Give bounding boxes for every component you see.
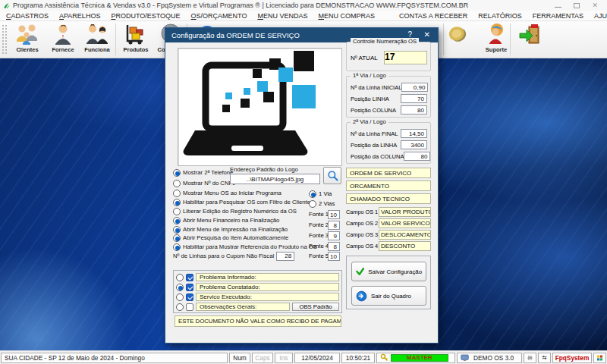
save-config-button[interactable]: Salvar Configuração	[351, 262, 426, 281]
linhas-cupom-field[interactable]: 28	[276, 252, 294, 261]
section-field[interactable]: Observações Gerais:	[196, 303, 290, 311]
app-window: Programa Assistência Técnica & Vendas v3…	[0, 0, 607, 364]
menu-compras[interactable]: MENU COMPRAS	[318, 12, 375, 20]
radio-icon[interactable]	[176, 274, 184, 281]
toolbar-suporte-button[interactable]: Suporte	[479, 23, 514, 57]
window-titlebar: Programa Assistência Técnica & Vendas v3…	[0, 0, 607, 11]
doc-title-orcamento[interactable]: ORCAMENTO	[346, 180, 431, 191]
fonte-2-field[interactable]: 8	[328, 221, 340, 230]
option-row[interactable]: Habilitar para Mostrar Referencia do Pro…	[173, 243, 317, 251]
toolbar-exit-button[interactable]	[513, 23, 548, 57]
radio-icon[interactable]	[309, 190, 316, 198]
statusbar-caps: Caps	[252, 353, 273, 363]
option-row[interactable]: Mostrar 2ª Telefone	[173, 168, 233, 177]
statusbar-print-panel[interactable]	[524, 353, 536, 363]
via2-coluna-field[interactable]: 80	[404, 152, 430, 161]
via1-inicial-field[interactable]: 0,90	[401, 83, 428, 92]
radio-icon[interactable]	[173, 234, 181, 242]
exit-dialog-button[interactable]: Sair do Quadro	[351, 286, 426, 306]
checkbox-icon[interactable]	[186, 303, 193, 311]
option-row[interactable]: Mostrar Menu OS ao Iniciar Programa	[173, 189, 281, 197]
section-field[interactable]: Problema Constatado:	[196, 283, 339, 291]
fonte-1-field[interactable]: 10	[328, 210, 340, 219]
minimize-icon[interactable]	[555, 4, 561, 8]
via1-group: 1ª Via / Logo Nº da Linha INICIAL 0,90 P…	[346, 76, 431, 118]
fonte-5-field[interactable]: 10	[328, 252, 340, 261]
campo-1-field[interactable]: VALOR PRODUTOS	[379, 207, 431, 217]
via-option[interactable]: 2 Vias	[309, 199, 335, 208]
atual-field[interactable]: 17	[384, 51, 427, 64]
via-option[interactable]: 1 Via	[309, 190, 332, 198]
statusbar-settings-panel[interactable]	[538, 353, 551, 363]
via2-linha-field[interactable]: 3400	[401, 140, 427, 149]
section-field[interactable]: Servico Executado:	[196, 293, 339, 301]
radio-icon[interactable]	[176, 284, 184, 291]
linhas-cupom-label: Nº de Linhas para o Cupom Não Fiscal	[173, 253, 274, 259]
menu-contas-receber[interactable]: CONTAS A RECEBER	[399, 12, 467, 20]
exit-door-icon	[518, 23, 543, 46]
radio-icon[interactable]	[173, 208, 181, 215]
statusbar-version-panel: DEMO OS 3.0	[457, 353, 522, 363]
campo-3-field[interactable]: DESLOCAMENTO	[379, 230, 431, 240]
menu-relatorios[interactable]: RELATÓRIOS	[478, 12, 521, 20]
obs-padrao-button[interactable]: OBS Padrão	[292, 303, 339, 311]
app-logo-icon	[3, 2, 11, 9]
radio-icon[interactable]	[309, 200, 316, 208]
fonte-3-field[interactable]: 9	[328, 231, 340, 240]
via1-linha-field[interactable]: 70	[401, 94, 427, 103]
radio-icon[interactable]	[173, 243, 181, 251]
option-row[interactable]: Habilitar para Pesquisar OS com Filtro d…	[173, 198, 313, 206]
radio-icon[interactable]	[173, 217, 181, 224]
radio-icon[interactable]	[176, 293, 184, 301]
option-label: Mostrar 2ª Telefone	[183, 169, 233, 176]
fonte-4-field[interactable]: 8	[328, 242, 340, 251]
toolbar-produtos-button[interactable]: Produtos	[118, 23, 153, 57]
dialog-close-icon[interactable]: ✕	[424, 30, 430, 39]
radio-icon[interactable]	[173, 169, 181, 177]
option-row[interactable]: Mostrar Nº do CNPJ	[173, 179, 235, 187]
option-row[interactable]: Liberar Edição do Registro Numérico da O…	[173, 207, 297, 215]
radio-icon[interactable]	[173, 190, 181, 197]
logo-path-field[interactable]: ..\BITMAP\logo45.jpg	[230, 174, 320, 184]
fonte-label: Fonte 1	[309, 210, 329, 218]
doc-title-chamado[interactable]: CHAMADO TECNICO	[346, 193, 431, 204]
menu-ajuda[interactable]: AJUDA	[594, 12, 607, 20]
menu-ferramentas[interactable]: FERRAMENTAS	[533, 12, 583, 20]
checkbox-icon[interactable]	[186, 293, 193, 301]
campo-2-field[interactable]: VALOR SERVICOS	[379, 218, 431, 228]
doc-title-os[interactable]: ORDEM DE SERVICO	[346, 168, 431, 178]
radio-icon[interactable]	[173, 180, 181, 187]
numbering-group-title: Controle Numeração OS	[351, 38, 419, 45]
menu-vendas[interactable]: MENU VENDAS	[257, 12, 307, 20]
logo-search-button[interactable]	[323, 167, 341, 184]
checkbox-icon[interactable]	[186, 284, 193, 291]
close-icon[interactable]: ✕	[592, 2, 598, 9]
option-row[interactable]: Abrir Menu de Impressão na Finalização	[173, 225, 288, 234]
supplier-icon	[51, 23, 75, 46]
menu-aparelhos[interactable]: APARELHOS	[59, 12, 100, 20]
radio-icon[interactable]	[173, 199, 181, 206]
via2-final-field[interactable]: 14,50	[401, 129, 427, 138]
menu-produto-estoque[interactable]: PRODUTO/ESTOQUE	[111, 12, 180, 20]
menu-os-orcamento[interactable]: OS/ORÇAMENTO	[191, 12, 247, 20]
option-label: Habilitar para Mostrar Referencia do Pro…	[183, 243, 317, 250]
radio-icon[interactable]	[173, 226, 181, 234]
checkbox-icon[interactable]	[186, 274, 193, 281]
campo-label: Campo OS 2	[346, 220, 379, 227]
menu-cadastros[interactable]: CADASTROS	[6, 12, 49, 20]
statusbar-user-panel: MASTER	[376, 353, 455, 363]
option-row[interactable]: Abrir Menu Financeiro na Finalização	[173, 216, 279, 224]
toolbar-fornece-button[interactable]: Fornece	[46, 23, 80, 57]
campo-4-field[interactable]: DESCONTO	[379, 241, 431, 251]
toolbar-clientes-button[interactable]: Clientes	[10, 23, 45, 57]
numbering-group: Controle Numeração OS Nº ATUAL 17	[346, 42, 431, 71]
maximize-icon[interactable]	[574, 3, 580, 8]
toolbar-funciona-button[interactable]: Funciona	[80, 23, 115, 57]
section-field[interactable]: Problema Informado:	[196, 273, 339, 281]
support-person-icon	[484, 23, 508, 46]
via1-coluna-field[interactable]: 80	[401, 105, 427, 115]
option-row[interactable]: Abrir Pesquisa do Item Automaticamente	[173, 234, 288, 242]
toolbar-caixa-button[interactable]	[440, 23, 475, 57]
radio-icon[interactable]	[176, 303, 184, 311]
statusbar-user: MASTER	[391, 354, 448, 362]
